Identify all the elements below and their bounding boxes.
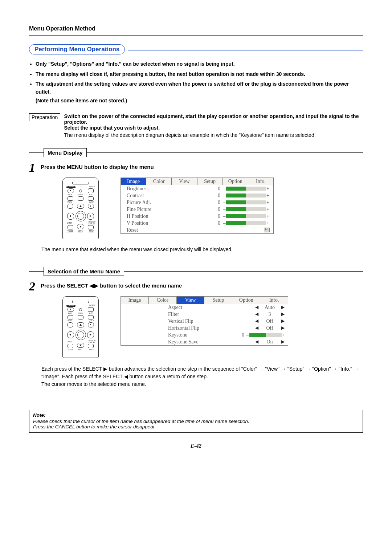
tab-option: Option <box>232 297 260 304</box>
menu-item-row: H Position0–+ <box>121 213 273 220</box>
freeze-label: FREEZE <box>67 231 73 232</box>
menu-item-value: 0 <box>213 193 220 199</box>
subsection-title: Menu Display <box>44 148 87 157</box>
quick-label: QUICK <box>89 320 94 322</box>
menu-label: MENU <box>68 201 72 203</box>
tab-setup: Setup <box>197 178 223 185</box>
rule-icon <box>29 152 44 153</box>
enter-label: ENTER <box>67 223 72 224</box>
reset-icon <box>264 228 270 232</box>
menu-item-label: Filter <box>168 311 254 317</box>
menu-item-value: 0 <box>213 207 220 212</box>
slider-icon: –+ <box>222 213 270 219</box>
menu-item-label: Brightness <box>127 186 213 192</box>
cancel-label: CANCEL <box>89 223 95 225</box>
standby-label: STANDBY <box>66 305 75 307</box>
triangle-left-icon: ◀ <box>254 305 260 310</box>
left-button <box>67 213 74 220</box>
tab-color: Color <box>149 297 177 304</box>
para-line: The cursor moves to the selected menu na… <box>41 381 146 387</box>
step-number: 1 <box>29 163 41 172</box>
enter-button <box>68 344 73 348</box>
menu-item-value: 3 <box>260 311 280 317</box>
triangle-right-icon: ▶ <box>280 311 286 317</box>
menu-item-value: Off <box>260 318 280 324</box>
tab-setup: Setup <box>204 297 232 304</box>
slider-icon: 0–+ <box>238 332 286 338</box>
slider-icon: –+ <box>222 207 270 212</box>
up-button <box>77 204 84 209</box>
cancel-button <box>88 344 94 348</box>
step2-paragraph: Each press of the SELECT ▶ button advanc… <box>41 365 363 388</box>
step-2-body: STANDBY LASER RGB VIDEO AUTO MENU QUICK … <box>62 296 363 358</box>
video-label: VIDEO <box>78 194 83 196</box>
rgb-label: RGB <box>68 194 72 196</box>
standby-button <box>68 188 74 193</box>
auto-button <box>88 315 94 319</box>
slider-icon: –+ <box>222 200 270 205</box>
step-number: 2 <box>29 282 41 291</box>
enter-button <box>68 225 73 229</box>
menu-item-row: Keystone0–+ <box>121 331 288 338</box>
laser-label: LASER <box>89 305 95 307</box>
image-menu: Image Color View Setup Option Info. Brig… <box>121 178 274 234</box>
mute-label: MUTE <box>78 231 83 232</box>
rule-icon <box>87 152 363 153</box>
tab-image: Image <box>121 297 149 304</box>
tab-view: View <box>177 297 205 304</box>
note-box: Note: Please check that the cursor of th… <box>29 410 363 433</box>
bullet-item: The adjustment and the setting values ar… <box>36 80 363 105</box>
menu-label: MENU <box>68 320 72 322</box>
note-line: Press the CANCEL button to make the curs… <box>33 424 359 429</box>
triangle-left-icon: ◀ <box>254 318 260 324</box>
rgb-label: RGB <box>68 313 72 315</box>
enter-label: ENTER <box>67 341 72 343</box>
menu-item-row: Picture Adj.0–+ <box>121 199 273 206</box>
preparation-text: Switch on the power of the connected equ… <box>64 113 363 138</box>
laser-button <box>88 188 94 193</box>
menu-item-label: H Position <box>127 213 213 219</box>
triangle-left-icon: ◀ <box>254 325 260 331</box>
step-1: 1 Press the MENU button to display the m… <box>29 163 363 172</box>
triangle-left-icon: ◀ <box>254 311 260 317</box>
auto-label: AUTO <box>89 313 93 315</box>
menu-button <box>67 322 73 327</box>
triangle-right-icon: ▶ <box>280 318 286 324</box>
menu-item-label: Keystone Save <box>168 339 254 345</box>
menu-item-label: Keystone <box>168 332 238 338</box>
menu-item-label: Aspect <box>168 305 254 310</box>
cancel-label: CANCEL <box>89 342 95 344</box>
menu-tab-bar: Image Color View Setup Option Info. <box>121 297 288 304</box>
freeze-label: FREEZE <box>67 349 73 351</box>
menu-item-row: Brightness0–+ <box>121 185 273 192</box>
bullet-text: The adjustment and the setting values ar… <box>36 81 349 95</box>
menu-item-label: Fine Picture <box>127 207 213 212</box>
quick-button <box>88 204 94 209</box>
bullet-subnote: (Note that some items are not stored.) <box>36 97 363 105</box>
standby-button <box>68 307 74 312</box>
subsection-menu-display: Menu Display <box>29 148 363 157</box>
preparation-block: Preparation Switch on the power of the c… <box>29 113 363 138</box>
view-menu: Image Color View Setup Option Info. Aspe… <box>121 296 288 346</box>
intro-bullets: Only "Setup", "Options" and "Info." can … <box>29 60 363 105</box>
step-2: 2 Press the SELECT ◀▶ button to select t… <box>29 282 363 291</box>
quick-button <box>88 322 94 327</box>
menu-item-row: Aspect◀Auto▶ <box>121 304 288 311</box>
tab-info: Info. <box>260 297 288 304</box>
section-title-line <box>128 50 363 50</box>
right-button <box>87 331 94 338</box>
laser-button <box>88 307 94 312</box>
timer-label: TIMER <box>89 349 94 351</box>
menu-item-row: Horizontal Flip◀Off▶ <box>121 325 288 331</box>
tab-color: Color <box>146 178 172 185</box>
rule-icon <box>124 271 363 272</box>
section-title-row: Performing Menu Operations <box>29 44 363 54</box>
tab-image: Image <box>121 178 146 185</box>
left-button <box>67 331 74 338</box>
mute-label: MUTE <box>78 349 83 351</box>
tab-view: View <box>172 178 197 185</box>
video-button <box>78 315 83 319</box>
menu-item-value: 0 <box>213 220 220 226</box>
para-line: Each press of the SELECT ▶ button advanc… <box>41 366 359 379</box>
down-button <box>77 224 84 229</box>
